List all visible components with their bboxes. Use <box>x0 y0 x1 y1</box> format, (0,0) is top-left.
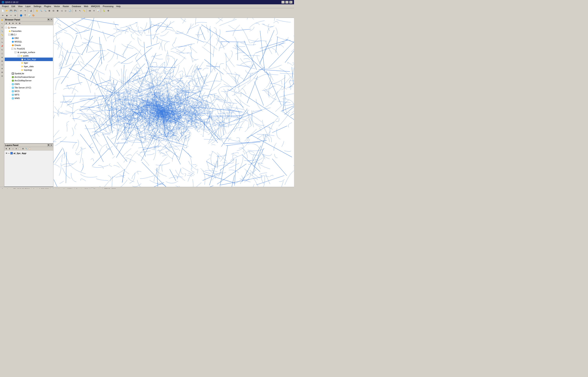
tool-zoom[interactable]: 🔍 <box>0 29 4 33</box>
tool-select[interactable]: ↖ <box>0 22 4 25</box>
tree-oracle[interactable]: 🔶 Oracle <box>5 43 53 47</box>
tool-rotate[interactable]: ↻ <box>0 48 4 52</box>
menu-layer[interactable]: Layer <box>24 5 32 8</box>
menu-mmqgis[interactable]: MMQGIS <box>90 5 101 8</box>
epsg-display[interactable]: EPSG:4326 <box>104 188 116 189</box>
layers-duplicate-btn[interactable]: 📋 <box>18 147 21 150</box>
zoom-selection-btn[interactable]: ⊠ <box>56 9 59 12</box>
node-tool-btn[interactable]: ◈ <box>5 13 9 17</box>
refresh-btn[interactable]: 🔄 <box>68 9 72 12</box>
layers-filter-btn[interactable]: 🔧 <box>25 147 28 150</box>
field-calc-btn[interactable]: ≡ <box>92 9 96 12</box>
tree-mssql[interactable]: 🔷 MSSQL <box>5 40 53 43</box>
tool-3d[interactable]: ⬡ <box>0 52 4 55</box>
layers-manage-btn[interactable]: 📋 <box>28 147 31 150</box>
tool-plugin4[interactable]: ⊛ <box>0 67 4 70</box>
tree-home[interactable]: − 🏠 Home <box>5 26 53 29</box>
layers-remove-btn[interactable]: ✕ <box>15 147 18 150</box>
tree-postgis[interactable]: − 🐘 PostGIS <box>5 47 53 50</box>
browser-tree-panel[interactable]: − 🏠 Home ⭐ Favourites − 💾 C:/ <box>4 25 53 143</box>
tool-plugin1[interactable]: ⊕ <box>0 56 4 59</box>
delete-feature-btn[interactable]: ✕ <box>13 13 17 17</box>
label-btn[interactable]: T <box>23 13 27 17</box>
tree-ows[interactable]: 🌐 OWS <box>5 82 53 86</box>
map-area[interactable] <box>53 18 294 187</box>
layers-down-btn[interactable]: ⬇ <box>8 147 11 150</box>
tree-arcgis-map[interactable]: 🟢 ArcGisMapServer <box>5 79 53 82</box>
menu-raster[interactable]: Raster <box>61 5 70 8</box>
save-project-btn[interactable]: 💾 <box>9 9 13 12</box>
stats-btn[interactable]: 📊 <box>96 9 100 12</box>
layers-settings-btn[interactable]: ⚙ <box>21 147 24 150</box>
python-btn[interactable]: 🐍 <box>102 9 106 12</box>
layers-float-btn[interactable]: ⧉ <box>47 144 50 146</box>
tree-wfs[interactable]: 🌐 WFS <box>5 93 53 96</box>
menu-web[interactable]: Web <box>83 5 89 8</box>
new-project-btn[interactable]: 📄 <box>1 9 5 12</box>
browser-settings-btn[interactable]: ⚙ <box>18 22 21 25</box>
tree-cv[interactable]: − 💾 C:/ <box>5 33 53 36</box>
postgis-surface-expand[interactable]: − <box>14 51 16 53</box>
layers-open-btn[interactable]: ⬆ <box>5 147 8 150</box>
menu-settings[interactable]: Settings <box>32 5 42 8</box>
save-as-btn[interactable]: 💾 <box>13 9 17 12</box>
postgis-expand[interactable]: − <box>12 48 13 50</box>
open-project-btn[interactable]: 📂 <box>5 9 9 12</box>
zoom-out-btn[interactable]: 🔍 <box>43 9 47 12</box>
digitize-btn[interactable]: ✏ <box>1 13 5 17</box>
tool-plugin3[interactable]: ⊙ <box>0 63 4 67</box>
tree-wms[interactable]: 🌐 WMS <box>5 96 53 100</box>
zoom-next-btn[interactable]: ▷ <box>64 9 68 12</box>
tree-topology[interactable]: 📁 topology <box>5 68 53 72</box>
redo-btn[interactable]: ↪ <box>23 9 27 12</box>
tree-wcs[interactable]: 🌐 WCS <box>5 89 53 93</box>
zoom-full-btn[interactable]: ⊞ <box>47 9 51 12</box>
tool-plugin6[interactable]: ⊟ <box>0 74 4 78</box>
tool-pan[interactable]: ✋ <box>0 18 4 22</box>
browser-float-btn[interactable]: ⧉ <box>47 18 50 21</box>
tree-tiger[interactable]: 📁 tiger <box>5 61 53 65</box>
tool-plugin5[interactable]: ⊞ <box>0 71 4 74</box>
processing-btn[interactable]: ⚙ <box>106 9 110 12</box>
identify-btn[interactable]: ℹ <box>74 9 78 12</box>
menu-view[interactable]: View <box>17 5 24 8</box>
tool-plugin2[interactable]: ⊗ <box>0 59 4 63</box>
zoom-prev-btn[interactable]: ◁ <box>60 9 64 12</box>
tree-postgis-surface[interactable]: − 🖥 postgis_surface <box>5 50 53 54</box>
pan-btn[interactable]: ✋ <box>35 9 39 12</box>
zoom-layer-btn[interactable]: ⊡ <box>51 9 55 12</box>
tool-identify[interactable]: ℹ <box>0 26 4 29</box>
browser-filter-btn[interactable]: ▼ <box>12 22 14 25</box>
layers-close-btn[interactable]: ✕ <box>50 144 52 146</box>
tree-spatialite[interactable]: 🔲 SpatiaLite <box>5 72 53 75</box>
minimize-button[interactable]: – <box>281 1 285 3</box>
menu-edit[interactable]: Edit <box>10 5 16 8</box>
browser-collapse-btn[interactable]: ⬇ <box>8 22 11 25</box>
print-btn[interactable]: 🖨 <box>29 9 33 12</box>
tool-measure[interactable]: 📏 <box>0 33 4 37</box>
browser-close-btn[interactable]: ✕ <box>50 18 52 21</box>
tool-pin[interactable]: 📌 <box>0 44 4 48</box>
browser-refresh-btn[interactable]: ✕ <box>15 22 18 25</box>
style-btn[interactable]: 🎨 <box>31 13 35 17</box>
zoom-in-btn[interactable]: 🔍 <box>39 9 43 12</box>
cv-expand[interactable]: − <box>8 34 10 35</box>
tree-public[interactable]: − 📁 public <box>5 54 53 58</box>
tree-at-2po[interactable]: 📋 at_2po_4pgr <box>5 58 53 61</box>
tree-tile-server[interactable]: 🌐 Tile Server (XYZ) <box>5 86 53 89</box>
undo-btn[interactable]: ↩ <box>19 9 23 12</box>
add-feature-btn[interactable]: + <box>9 13 13 17</box>
browser-add-btn[interactable]: ⬆ <box>5 22 8 25</box>
snap-btn[interactable]: 🔵 <box>19 13 23 17</box>
menu-vector[interactable]: Vector <box>53 5 61 8</box>
tree-favourites[interactable]: ⭐ Favourites <box>5 29 53 33</box>
layer-item-at-2po[interactable]: ✕ — at_2po_4pgr <box>5 151 53 155</box>
menu-processing[interactable]: Processing <box>102 5 115 8</box>
render-checkbox[interactable]: ✓ <box>91 188 93 189</box>
tool-annotation[interactable]: ✎ <box>0 41 4 44</box>
menu-plugins[interactable]: Plugins <box>43 5 52 8</box>
public-expand[interactable]: − <box>18 55 20 57</box>
measure-btn[interactable]: 📏 <box>82 9 86 12</box>
menu-help[interactable]: Help <box>115 5 122 8</box>
menu-database[interactable]: Database <box>71 5 82 8</box>
